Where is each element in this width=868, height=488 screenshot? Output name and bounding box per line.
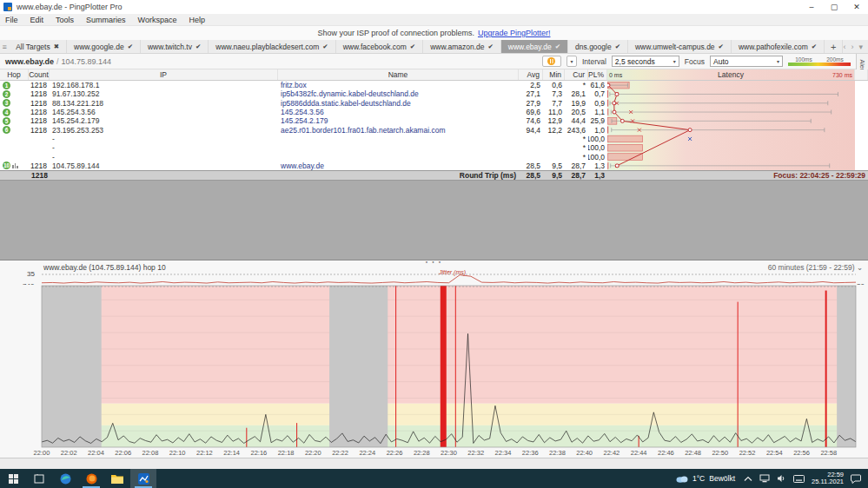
count-cell: 1218 — [29, 89, 50, 98]
menu-workspace[interactable]: Workspace — [138, 16, 177, 24]
tab-list-icon[interactable]: ≡ — [0, 40, 9, 53]
target-tab-www.pathofexile.com[interactable]: www.pathofexile.com✔ — [732, 40, 825, 53]
min-cell: 7,7 — [543, 99, 565, 108]
count-cell: 1218 — [29, 116, 50, 125]
col-min[interactable]: Min — [543, 69, 565, 80]
menu-help[interactable]: Help — [189, 16, 205, 24]
upgrade-link[interactable]: Upgrade PingPlotter! — [478, 29, 551, 37]
tab-label: www.google.de — [74, 43, 124, 51]
footer-count: 1218 — [29, 171, 50, 180]
target-tab-All Targets[interactable]: All Targets✖ — [9, 40, 67, 53]
firefox-taskbar-icon[interactable] — [78, 469, 104, 488]
network-icon[interactable] — [759, 474, 770, 483]
check-icon[interactable]: ✔ — [410, 43, 415, 50]
close-button[interactable]: ✕ — [845, 0, 868, 14]
target-separator: / — [56, 57, 59, 66]
check-icon[interactable]: ✔ — [488, 43, 494, 50]
name-cell: ip5b4382fc.dynamic.kabel-deutschland.de — [278, 89, 519, 98]
minimize-button[interactable]: – — [800, 0, 823, 14]
menu-bar: File Edit Tools Summaries Workspace Help — [0, 14, 868, 26]
target-tab-www.google.de[interactable]: www.google.de✔ — [67, 40, 141, 53]
check-icon[interactable]: ✔ — [128, 43, 133, 50]
min-cell: 0,6 — [543, 81, 565, 89]
notification-center-icon[interactable] — [851, 474, 861, 484]
keyboard-icon[interactable] — [793, 475, 805, 483]
hop-cell: 4 — [0, 108, 29, 116]
time-tick-label: 22:40 — [576, 449, 593, 457]
start-button[interactable] — [0, 469, 26, 488]
target-tab-www.facebook.com[interactable]: www.facebook.com✔ — [336, 40, 424, 53]
target-host: www.ebay.de — [5, 57, 54, 66]
target-tab-www.ebay.de[interactable]: www.ebay.de✔ — [501, 40, 568, 53]
pl-cell: 1,0 — [588, 125, 607, 134]
latency-scale-min: 0 ms — [609, 72, 622, 78]
target-tab-www.umwelt-campus.de[interactable]: www.umwelt-campus.de✔ — [628, 40, 732, 53]
taskbar-clock[interactable]: 22:59 25.11.2021 — [812, 472, 844, 486]
col-avg[interactable]: Avg — [519, 69, 543, 80]
task-view-button[interactable] — [26, 469, 52, 488]
count-cell — [29, 152, 50, 161]
edge-taskbar-icon[interactable] — [52, 469, 78, 488]
file-explorer-taskbar-icon[interactable] — [104, 469, 130, 488]
avg-cell: 74,6 — [519, 116, 543, 125]
tab-scroll-left-icon[interactable]: ‹ — [843, 43, 845, 51]
menu-file[interactable]: File — [5, 16, 18, 24]
footer-min: 9,5 — [543, 171, 565, 180]
hop-latency-chart[interactable] — [607, 81, 855, 170]
weather-widget[interactable]: 1°C Bewölkt — [676, 474, 735, 483]
add-target-tab-button[interactable]: + — [825, 40, 843, 53]
cur-cell: 19,9 — [565, 99, 588, 108]
check-icon[interactable]: ✔ — [615, 43, 620, 50]
target-tab-www.naeu.playblackdesert.com[interactable]: www.naeu.playblackdesert.com✔ — [209, 40, 335, 53]
windows-taskbar: 1°C Bewölkt 22:59 25.11.2021 — [0, 469, 868, 488]
min-cell: 9,5 — [543, 162, 565, 170]
col-ip[interactable]: IP — [50, 69, 278, 80]
check-icon[interactable]: ✔ — [322, 43, 328, 50]
tab-label: dns.google — [575, 43, 612, 51]
min-cell — [543, 143, 565, 152]
interval-select[interactable]: 2,5 seconds▾ — [612, 56, 679, 67]
hop-cell — [0, 143, 29, 152]
count-cell: 1218 — [29, 81, 50, 89]
speaker-icon[interactable] — [777, 474, 786, 483]
col-name[interactable]: Name — [278, 69, 519, 80]
min-cell: 12,2 — [543, 125, 565, 134]
menu-summaries[interactable]: Summaries — [86, 16, 126, 24]
focus-select[interactable]: Auto▾ — [710, 56, 783, 67]
cur-cell: 44,4 — [565, 116, 588, 125]
check-icon[interactable]: ✔ — [195, 43, 201, 50]
check-icon[interactable]: ✔ — [719, 43, 724, 50]
menu-edit[interactable]: Edit — [30, 16, 44, 24]
close-tab-icon[interactable]: ✖ — [54, 43, 59, 50]
jitter-graph[interactable] — [0, 273, 868, 285]
target-ip: 104.75.89.144 — [62, 57, 112, 66]
pl-cell: 1,1 — [588, 108, 607, 116]
col-cur[interactable]: Cur — [565, 69, 588, 80]
target-tab-www.amazon.de[interactable]: www.amazon.de✔ — [423, 40, 501, 53]
menu-tools[interactable]: Tools — [56, 16, 74, 24]
check-icon[interactable]: ✔ — [555, 43, 560, 50]
pingplotter-taskbar-icon[interactable] — [130, 469, 156, 488]
timeline-range-select[interactable]: 60 minutes (21:59 - 22:59) ⌄ — [768, 263, 863, 272]
tab-scroll-right-icon[interactable]: › — [851, 43, 853, 51]
col-latency[interactable]: 0 ms Latency 730 ms — [607, 69, 855, 80]
pl-cell: 100,0 — [588, 135, 607, 143]
tray-chevron-up-icon[interactable] — [744, 476, 752, 482]
check-icon[interactable]: ✔ — [812, 43, 817, 50]
ip-cell: 192.168.178.1 — [50, 81, 278, 89]
col-hop[interactable]: Hop — [0, 69, 29, 80]
maximize-button[interactable]: ▢ — [823, 0, 845, 14]
pause-button[interactable] — [542, 56, 561, 67]
pause-dropdown-button[interactable]: ▾ — [567, 56, 577, 67]
pingplotter-icon — [138, 473, 149, 485]
col-pl[interactable]: PL% — [588, 69, 607, 80]
cur-cell: * — [565, 152, 588, 161]
timeline-graph-toggle-icon[interactable] — [12, 162, 18, 168]
target-tab-dns.google[interactable]: dns.google✔ — [568, 40, 628, 53]
col-count[interactable]: Count — [29, 69, 50, 80]
target-tab-www.twitch.tv[interactable]: www.twitch.tv✔ — [141, 40, 209, 53]
latency-timeline-graph[interactable]: 675 ms600 ms525 ms450 ms375 ms300 ms225 … — [0, 285, 868, 448]
avg-cell: 94,4 — [519, 125, 543, 134]
cloud-icon — [676, 474, 688, 483]
tab-list-dropdown-icon[interactable]: ▾ — [858, 43, 863, 51]
